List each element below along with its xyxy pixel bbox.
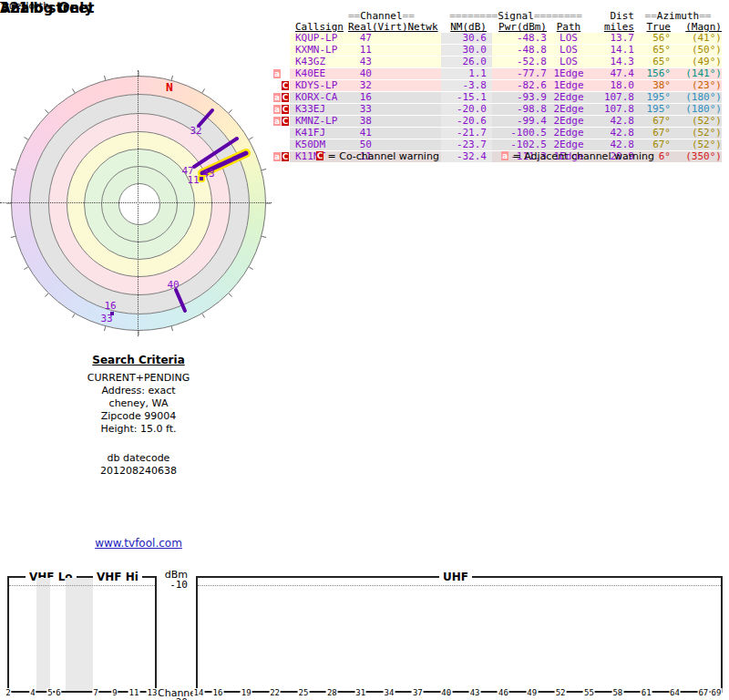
table-row: K41FJ41-21.7-100.52Edge42.867°(52°) <box>273 128 722 139</box>
signal-spoke <box>176 290 185 311</box>
station-path: 1Edge <box>547 80 590 91</box>
station-nm: -15.1 <box>441 92 492 103</box>
station-miles: 14.1 <box>590 45 634 56</box>
station-netwk <box>405 68 441 79</box>
true-north-label: TrueNorth <box>0 0 49 12</box>
channel-tick: 46 <box>498 688 509 697</box>
search-criteria-lines: CURRENT+PENDINGAddress: exactcheney, WAZ… <box>0 372 277 436</box>
station-pwr: -99.4 <box>492 116 547 127</box>
radar-spokes-overlay: 32474340111633N <box>2 67 275 340</box>
magnetic-north-label: N <box>166 80 173 94</box>
station-miles: 42.8 <box>590 139 634 150</box>
station-miles: 47.4 <box>590 68 634 79</box>
adjacent-warning-badge <box>273 46 281 55</box>
station-netwk <box>405 80 441 91</box>
radar-edge-tick <box>202 88 205 92</box>
station-true: 56° <box>634 33 671 44</box>
station-callsign: K33EJ <box>290 104 348 115</box>
station-miles: 18.0 <box>590 80 634 91</box>
tvfool-link[interactable]: www.tvfool.com <box>95 537 182 550</box>
station-path: 2Edge <box>547 104 590 115</box>
warning-badges <box>273 139 290 150</box>
station-pwr: -48.3 <box>492 33 547 44</box>
co-channel-warning-badge <box>282 57 289 67</box>
station-callsign: K40EE <box>290 68 348 79</box>
radar-edge-tick <box>45 109 48 113</box>
channel-tick: 34 <box>384 688 395 697</box>
adjacent-warning-badge <box>273 140 281 149</box>
co-channel-badge: C <box>316 151 323 160</box>
dbm-gridline <box>198 585 721 586</box>
channel-tick: 19 <box>241 688 252 697</box>
spoke-channel-label: 33 <box>100 313 112 324</box>
warning-badges: aC <box>273 116 290 127</box>
station-nm: -3.8 <box>441 80 492 91</box>
radar-edge-tick <box>45 293 48 297</box>
warning-badges <box>273 128 290 139</box>
warning-badges <box>273 45 290 56</box>
station-netwk <box>405 92 441 103</box>
search-criteria-line: Height: 15.0 ft. <box>0 423 277 436</box>
db-datecode: db datecode 201208240638 <box>0 452 277 478</box>
station-magn: (350°) <box>671 151 722 162</box>
co-channel-text: = Co-channel warning <box>328 150 439 162</box>
db-datecode-label: db datecode <box>0 452 277 465</box>
station-netwk <box>405 33 441 44</box>
station-real: 33 <box>348 104 372 115</box>
station-real: 43 <box>348 57 372 67</box>
station-real: 50 <box>348 139 372 150</box>
search-criteria-line: Address: exact <box>0 385 277 397</box>
station-netwk <box>405 104 441 115</box>
station-nm: -32.4 <box>441 151 492 162</box>
station-miles: 42.8 <box>590 128 634 139</box>
station-nm: 30.6 <box>441 33 492 44</box>
channel-tick: 40 <box>440 688 452 697</box>
spoke-channel-label: 43 <box>202 168 214 180</box>
station-netwk <box>405 57 441 67</box>
radar-edge-tick <box>11 236 15 237</box>
vhf-gap-band <box>36 578 50 691</box>
station-callsign: KORX-CA <box>290 92 348 103</box>
station-callsign: K43GZ <box>290 57 348 67</box>
station-virt <box>372 57 405 67</box>
station-nm: 1.1 <box>441 68 492 79</box>
spoke-channel-label: 16 <box>104 300 116 312</box>
radar-edge-tick <box>171 326 172 331</box>
co-channel-warning-badge <box>282 129 289 138</box>
station-magn: (41°) <box>671 33 722 44</box>
spoke-channel-label: 32 <box>190 125 201 137</box>
warning-badges <box>273 57 290 67</box>
radar-edge-tick <box>73 88 76 92</box>
channel-tick: 69 <box>711 688 723 697</box>
channel-tick: 4 <box>29 688 36 697</box>
station-callsign: KQUP-LP <box>290 33 348 44</box>
station-path: 2Edge <box>547 92 590 103</box>
station-pwr: -102.5 <box>492 139 547 150</box>
co-channel-warning-badge: C <box>282 152 289 161</box>
station-virt <box>372 92 405 103</box>
radar-edge-tick <box>104 326 105 331</box>
channel-tick: 14 <box>193 688 205 697</box>
radar-edge-tick <box>202 314 205 317</box>
channel-tick: 5 <box>46 688 53 697</box>
adjacent-warning-badge: a <box>273 69 281 78</box>
dbm-tick-label: -20 <box>157 696 188 700</box>
channel-tick: 64 <box>669 688 681 697</box>
station-magn: (141°) <box>671 68 722 79</box>
station-magn: (180°) <box>671 92 722 103</box>
table-row: KQUP-LP4730.6-48.3LOS13.756°(41°) <box>273 33 722 44</box>
channel-tick: 25 <box>298 688 310 697</box>
adjacent-warning-badge <box>273 57 281 67</box>
spoke-channel-label: 11 <box>187 174 199 186</box>
adjacent-warning-badge: a <box>273 152 281 161</box>
station-magn: (23°) <box>671 80 722 91</box>
channel-tick: 11 <box>128 688 140 697</box>
warning-badges <box>273 33 290 44</box>
station-virt <box>372 139 405 150</box>
uhf-panel: UHF <box>196 576 723 693</box>
station-true: 195° <box>634 92 671 103</box>
adjacent-warning-badge: a <box>273 93 281 102</box>
fm-gap-band <box>66 578 93 691</box>
channel-tick: 43 <box>469 688 481 697</box>
station-nm: 26.0 <box>441 57 492 67</box>
